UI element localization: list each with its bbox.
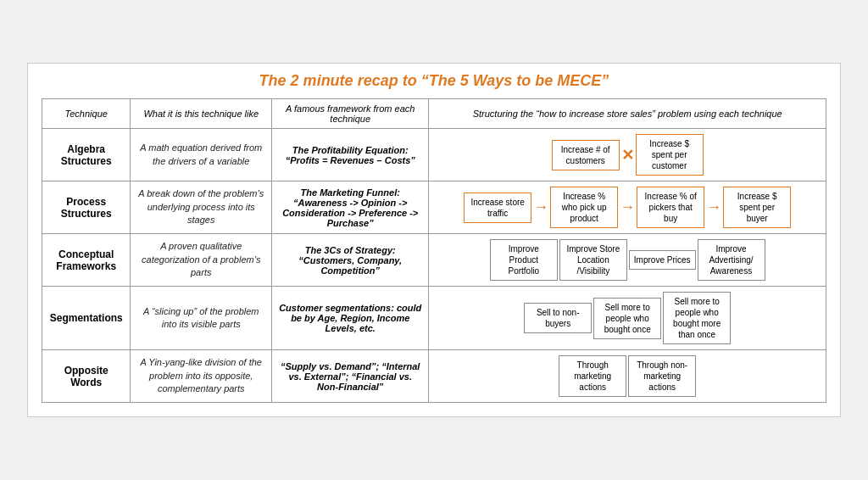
seg-box2: Sell more to people who bought once bbox=[593, 298, 661, 339]
structuring-cell-conceptual: Improve Product Portfolio Improve Store … bbox=[429, 234, 826, 287]
framework-cell: The Marketing Funnel: “Awareness -> Opin… bbox=[272, 181, 429, 234]
table-row: Process Structures A break down of the p… bbox=[42, 181, 826, 234]
what-text: A Yin-yang-like division of the problem … bbox=[140, 357, 262, 393]
page-title: The 2 minute recap to “The 5 Ways to be … bbox=[42, 72, 826, 90]
seg-box3: Sell more to people who bought more than… bbox=[663, 292, 731, 344]
table-row: Conceptual Frameworks A proven qualitati… bbox=[42, 234, 826, 287]
conceptual-box2: Improve Store Location /Visibility bbox=[559, 239, 627, 281]
table-row: Opposite Words A Yin-yang-like division … bbox=[42, 350, 826, 403]
table-row: Algebra Structures A math equation deriv… bbox=[42, 129, 826, 181]
table-row: Segmentations A “slicing up” of the prob… bbox=[42, 287, 826, 350]
conceptual-box4: Improve Advertising/ Awareness bbox=[698, 239, 765, 281]
process-arrow3: → bbox=[706, 198, 721, 216]
seg-box1: Sell to non-buyers bbox=[524, 303, 592, 333]
main-table: Technique What it is this technique like… bbox=[42, 98, 826, 403]
framework-text: The 3Cs of Strategy: “Customers, Company… bbox=[298, 245, 402, 276]
what-text: A “slicing up” of the problem into its v… bbox=[143, 306, 259, 329]
main-container: The 2 minute recap to “The 5 Ways to be … bbox=[27, 63, 841, 417]
what-cell: A Yin-yang-like division of the problem … bbox=[131, 350, 272, 403]
process-arrow2: → bbox=[620, 198, 635, 216]
header-framework: A famous framework from each technique bbox=[272, 99, 429, 129]
conceptual-box3: Improve Prices bbox=[629, 250, 696, 270]
algebra-box2: Increase $ spent per customer bbox=[636, 134, 704, 176]
what-cell: A break down of the problem’s underlying… bbox=[131, 181, 272, 234]
framework-text: The Profitability Equation: “Profits = R… bbox=[286, 145, 415, 165]
structuring-cell-opposite: Through marketing actions Through non-ma… bbox=[429, 350, 826, 403]
algebra-separator: ✕ bbox=[621, 146, 634, 165]
process-box4: Increase $ spent per buyer bbox=[723, 187, 791, 228]
what-text: A break down of the problem’s underlying… bbox=[138, 188, 264, 225]
framework-cell: “Supply vs. Demand”; “Internal vs. Exter… bbox=[272, 350, 429, 403]
process-box2: Increase % who pick up product bbox=[550, 187, 618, 228]
header-what: What it is this technique like bbox=[131, 99, 272, 129]
framework-cell: The 3Cs of Strategy: “Customers, Company… bbox=[272, 234, 429, 287]
framework-cell: Customer segmentations: could be by Age,… bbox=[272, 287, 429, 350]
conceptual-structure: Improve Product Portfolio Improve Store … bbox=[434, 237, 821, 282]
technique-label: Opposite Words bbox=[42, 350, 131, 403]
framework-cell: The Profitability Equation: “Profits = R… bbox=[272, 129, 429, 181]
structuring-cell-process: Increase store traffic → Increase % who … bbox=[429, 181, 826, 234]
conceptual-box1: Improve Product Portfolio bbox=[490, 239, 558, 281]
technique-label: Algebra Structures bbox=[42, 129, 131, 181]
algebra-structure: Increase # of customers ✕ Increase $ spe… bbox=[434, 132, 821, 177]
technique-label: Segmentations bbox=[42, 287, 131, 350]
process-structure: Increase store traffic → Increase % who … bbox=[434, 185, 821, 230]
what-cell: A “slicing up” of the problem into its v… bbox=[131, 287, 272, 350]
segmentations-structure: Sell to non-buyers Sell more to people w… bbox=[434, 290, 821, 346]
framework-text: “Supply vs. Demand”; “Internal vs. Exter… bbox=[281, 361, 420, 392]
what-cell: A math equation derived from the drivers… bbox=[131, 129, 272, 181]
opp-box2: Through non-marketing actions bbox=[628, 355, 696, 397]
framework-text: Customer segmentations: could be by Age,… bbox=[279, 303, 421, 333]
structuring-cell-segmentations: Sell to non-buyers Sell more to people w… bbox=[429, 287, 826, 350]
framework-text: The Marketing Funnel: “Awareness -> Opin… bbox=[282, 187, 418, 228]
what-text: A proven qualitative categorization of a… bbox=[142, 241, 260, 277]
what-text: A math equation derived from the drivers… bbox=[140, 142, 262, 165]
header-technique: Technique bbox=[42, 99, 131, 129]
process-box1: Increase store traffic bbox=[464, 193, 531, 223]
header-structuring: Structuring the “how to increase store s… bbox=[429, 99, 826, 129]
algebra-box1: Increase # of customers bbox=[552, 140, 620, 170]
opp-box1: Through marketing actions bbox=[559, 355, 626, 397]
process-arrow1: → bbox=[533, 198, 548, 216]
what-cell: A proven qualitative categorization of a… bbox=[131, 234, 272, 287]
process-box3: Increase % of pickers that buy bbox=[637, 187, 704, 228]
technique-label: Conceptual Frameworks bbox=[42, 234, 131, 287]
opposite-structure: Through marketing actions Through non-ma… bbox=[434, 354, 821, 399]
technique-label: Process Structures bbox=[42, 181, 131, 234]
structuring-cell-algebra: Increase # of customers ✕ Increase $ spe… bbox=[429, 129, 826, 181]
